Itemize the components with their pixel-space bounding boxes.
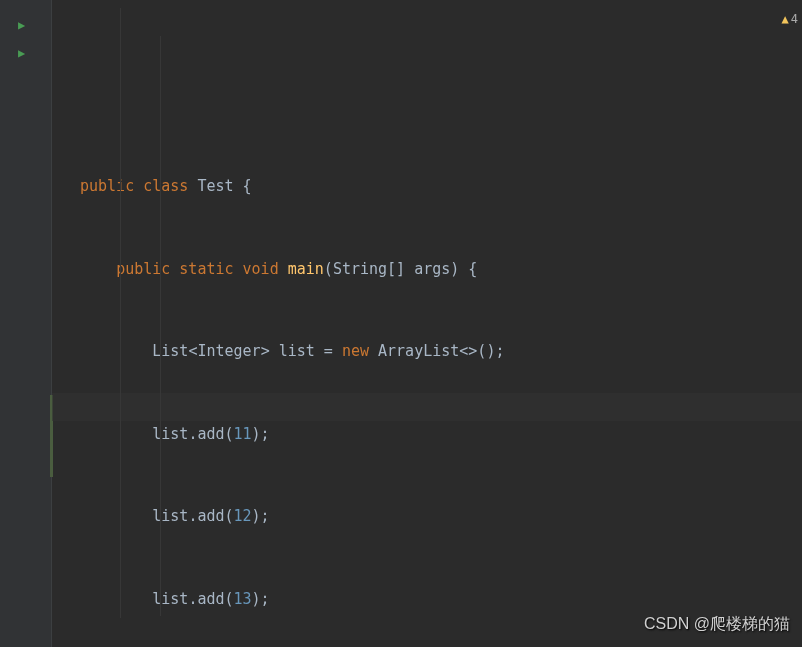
code-line[interactable]: list.add(11); (80, 421, 802, 449)
code-line[interactable]: list.add(12); (80, 503, 802, 531)
watermark: CSDN @爬楼梯的猫 (644, 610, 790, 638)
gutter: ▶ ▶ (0, 0, 52, 647)
code-editor[interactable]: ▶ ▶ public class Test { public static vo… (0, 0, 802, 647)
warning-count: 4 (791, 6, 798, 34)
code-line[interactable]: public class Test { (80, 173, 802, 201)
code-line[interactable]: public static void main(String[] args) { (80, 256, 802, 284)
code-line[interactable]: List<Integer> list = new ArrayList<>(); (80, 338, 802, 366)
warning-icon: ▲ (782, 6, 789, 34)
current-line-highlight (52, 393, 802, 421)
run-method-icon[interactable]: ▶ (18, 40, 25, 68)
run-class-icon[interactable]: ▶ (18, 12, 25, 40)
inspection-badge[interactable]: ▲ 4 (782, 6, 798, 34)
code-area[interactable]: public class Test { public static void m… (52, 0, 802, 647)
